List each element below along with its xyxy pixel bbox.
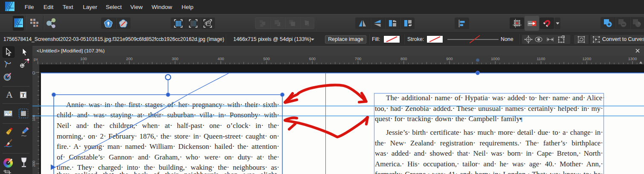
svg-text:700: 700 — [355, 57, 362, 61]
svg-text:100: 100 — [32, 115, 36, 121]
svg-text:200: 200 — [32, 161, 36, 167]
svg-text:1200: 1200 — [582, 57, 591, 61]
svg-text:1000: 1000 — [491, 57, 500, 61]
svg-text:300: 300 — [172, 57, 179, 61]
svg-text:600: 600 — [309, 57, 316, 61]
svg-text:900: 900 — [446, 57, 453, 61]
svg-text:T: T — [21, 92, 25, 98]
svg-text:100: 100 — [80, 57, 87, 61]
svg-text:500: 500 — [263, 57, 270, 61]
svg-text:200: 200 — [126, 57, 133, 61]
svg-text:400: 400 — [218, 57, 224, 61]
svg-text:800: 800 — [400, 57, 407, 61]
svg-text:1300: 1300 — [628, 57, 637, 61]
svg-text:1100: 1100 — [537, 57, 545, 61]
